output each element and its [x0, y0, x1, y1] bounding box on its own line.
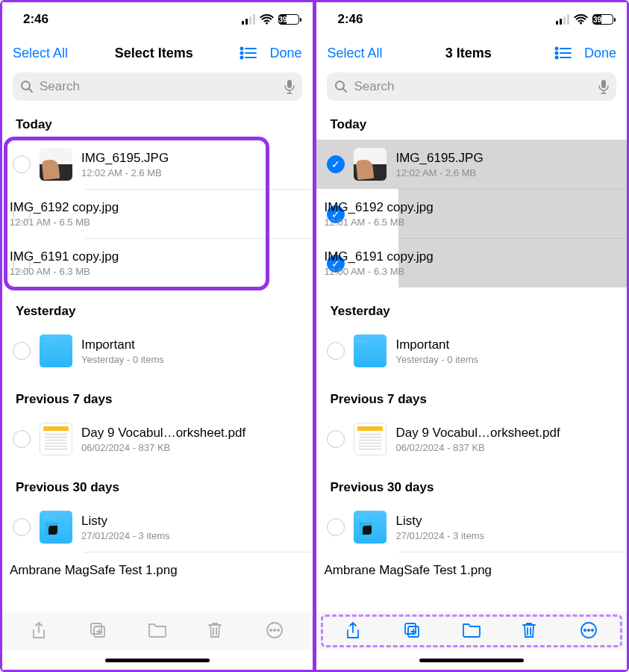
mic-icon[interactable]: [284, 79, 295, 94]
file-thumbnail: [354, 148, 387, 181]
file-subtitle: 12:02 AM - 2.6 MB: [81, 167, 302, 178]
svg-point-21: [555, 57, 557, 59]
folder-icon[interactable]: [462, 621, 481, 641]
file-title: Listy: [81, 514, 302, 529]
svg-point-19: [555, 52, 557, 55]
file-title: IMG_6195.JPG: [395, 151, 616, 166]
file-row[interactable]: ImportantYesterday - 0 items: [316, 326, 627, 376]
selection-circle[interactable]: [13, 342, 31, 360]
folder-thumbnail: [354, 511, 387, 544]
file-subtitle: Yesterday - 0 items: [395, 354, 616, 365]
duplicate-icon[interactable]: [89, 621, 108, 641]
folder-thumbnail: [40, 335, 72, 367]
nav-bar: Select All 3 Items Done: [316, 37, 627, 69]
file-subtitle: 12:00 AM - 6.3 MB: [10, 266, 302, 277]
svg-point-16: [278, 629, 279, 631]
file-title: Day 9 Vocabul…orksheet.pdf: [81, 426, 302, 441]
file-title: IMG_6192 copy.jpg: [324, 200, 616, 215]
folder-icon[interactable]: [148, 621, 167, 641]
selection-circle[interactable]: [13, 430, 31, 448]
status-time: 2:46: [23, 12, 48, 27]
file-title: Ambrane MagSafe Test 1.png: [324, 563, 616, 578]
search-field[interactable]: Search: [13, 72, 302, 101]
file-title: Important: [395, 337, 616, 352]
search-icon: [20, 80, 34, 93]
share-icon[interactable]: [344, 621, 363, 641]
selection-circle[interactable]: [327, 342, 345, 360]
share-icon[interactable]: [30, 621, 49, 641]
selection-circle[interactable]: [13, 518, 31, 536]
folder-thumbnail: [354, 335, 387, 367]
svg-point-2: [241, 52, 243, 55]
selection-checked-icon[interactable]: ✓: [327, 155, 345, 173]
file-title: Important: [81, 337, 302, 352]
section-header-prev7: Previous 7 days: [2, 376, 313, 414]
trash-icon[interactable]: [521, 621, 540, 641]
file-row[interactable]: Listy27/01/2024 - 3 items: [2, 503, 313, 552]
more-icon[interactable]: [580, 621, 599, 641]
section-header-yesterday: Yesterday: [2, 287, 313, 326]
section-header-today: Today: [316, 101, 627, 140]
file-row[interactable]: ✓ IMG_6191 copy.jpg12:00 AM - 6.3 MB: [398, 238, 627, 287]
file-row[interactable]: ✓ IMG_6195.JPG12:02 AM - 2.6 MB: [316, 140, 627, 189]
svg-point-31: [584, 629, 586, 631]
duplicate-icon[interactable]: [403, 621, 422, 641]
file-title: IMG_6191 copy.jpg: [10, 249, 302, 264]
svg-rect-8: [287, 80, 292, 88]
battery-icon: 39: [278, 14, 299, 25]
search-placeholder: Search: [354, 79, 592, 94]
status-time: 2:46: [337, 12, 363, 27]
file-row[interactable]: IMG_6192 copy.jpg12:01 AM - 6.5 MB: [84, 189, 313, 238]
screen-after: 2:46 39 Select All 3 Items: [316, 2, 627, 670]
file-subtitle: 12:00 AM - 6.3 MB: [324, 266, 616, 277]
select-all-button[interactable]: Select All: [13, 46, 68, 61]
file-row[interactable]: Day 9 Vocabul…orksheet.pdf06/02/2024 - 8…: [2, 414, 313, 464]
section-header-prev30: Previous 30 days: [316, 464, 627, 503]
file-subtitle: Yesterday - 0 items: [81, 354, 302, 365]
file-title: IMG_6195.JPG: [81, 151, 302, 166]
selection-circle[interactable]: [327, 430, 345, 448]
done-button[interactable]: Done: [269, 46, 301, 61]
section-header-prev7: Previous 7 days: [316, 376, 627, 414]
svg-line-7: [29, 89, 32, 92]
list-view-icon[interactable]: [554, 46, 572, 60]
file-subtitle: 12:01 AM - 6.5 MB: [324, 217, 616, 228]
more-icon[interactable]: [266, 621, 285, 641]
section-header-prev30: Previous 30 days: [2, 464, 313, 503]
selection-circle[interactable]: [327, 518, 345, 536]
select-all-button[interactable]: Select All: [327, 46, 382, 61]
pdf-thumbnail: [354, 423, 387, 455]
pdf-thumbnail: [40, 423, 72, 455]
file-row[interactable]: Day 9 Vocabul…orksheet.pdf06/02/2024 - 8…: [316, 414, 627, 464]
mic-icon[interactable]: [598, 79, 609, 94]
file-row[interactable]: Listy27/01/2024 - 3 items: [316, 503, 627, 552]
search-field[interactable]: Search: [327, 72, 616, 101]
list-view-icon[interactable]: [240, 46, 257, 60]
svg-point-17: [555, 48, 557, 50]
section-header-today: Today: [2, 101, 313, 140]
file-row[interactable]: Test 1 Ambrane MagSafe Test 1.png: [398, 552, 627, 582]
status-bar: 2:46 39: [316, 2, 627, 37]
file-title: IMG_6192 copy.jpg: [10, 200, 302, 215]
svg-point-32: [588, 629, 589, 631]
file-row[interactable]: ✓ IMG_6192 copy.jpg12:01 AM - 6.5 MB: [398, 189, 627, 238]
file-row[interactable]: IMG_6195.JPG12:02 AM - 2.6 MB: [2, 140, 313, 189]
svg-rect-25: [601, 80, 606, 88]
file-subtitle: 06/02/2024 - 837 KB: [81, 442, 302, 453]
file-subtitle: 06/02/2024 - 837 KB: [395, 442, 616, 453]
svg-line-24: [343, 89, 346, 92]
file-row[interactable]: IMG_6191 copy.jpg12:00 AM - 6.3 MB: [84, 238, 313, 287]
selection-circle[interactable]: [13, 155, 31, 173]
section-header-yesterday: Yesterday: [316, 287, 627, 326]
file-row[interactable]: ImportantYesterday - 0 items: [2, 326, 313, 376]
done-button[interactable]: Done: [584, 46, 616, 61]
nav-bar: Select All Select Items Done: [2, 37, 313, 69]
file-subtitle: 12:02 AM - 2.6 MB: [395, 167, 616, 178]
folder-thumbnail: [40, 511, 72, 544]
trash-icon[interactable]: [207, 621, 226, 641]
search-placeholder: Search: [40, 79, 278, 94]
nav-title: 3 Items: [445, 46, 492, 61]
file-title: Listy: [395, 514, 616, 529]
svg-point-4: [241, 57, 243, 59]
file-row[interactable]: Test 1 Ambrane MagSafe Test 1.png: [84, 552, 313, 582]
